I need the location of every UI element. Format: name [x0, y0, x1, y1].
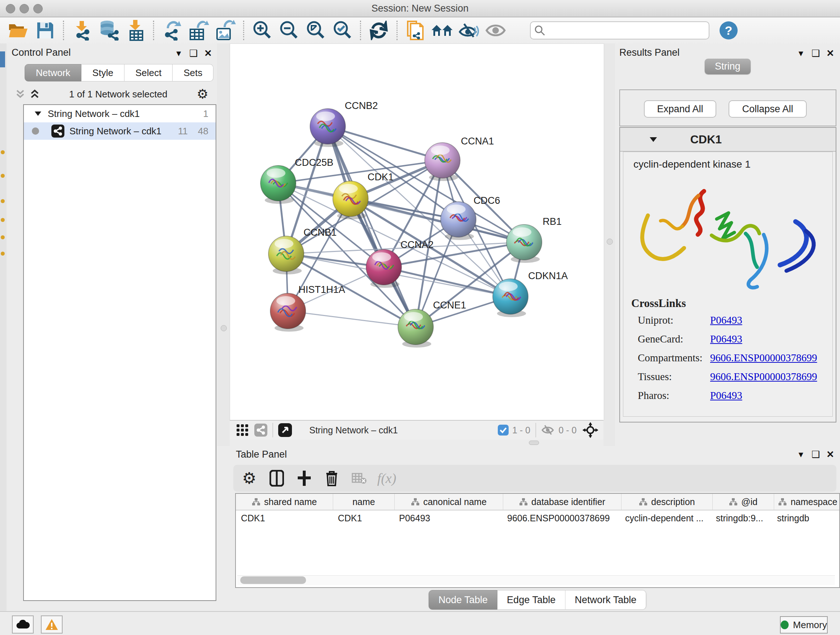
- column-header-database-identifier[interactable]: database identifier: [503, 494, 622, 510]
- node-rb1[interactable]: RB1: [507, 216, 562, 263]
- table-options-gear-icon[interactable]: ⚙: [238, 467, 261, 489]
- table-cell[interactable]: 9606.ENSP00000378699: [502, 510, 620, 526]
- table-row[interactable]: CDK1CDK1P064939606.ENSP00000378699cyclin…: [236, 510, 839, 526]
- column-header-shared-name[interactable]: shared name: [236, 494, 333, 510]
- table-cell[interactable]: P06493: [394, 510, 502, 526]
- column-header-canonical-name[interactable]: canonical name: [395, 494, 503, 510]
- maximize-panel-icon[interactable]: ❑: [812, 48, 820, 59]
- hide-selected-icon[interactable]: [458, 19, 480, 41]
- node-hist1h1a[interactable]: HIST1H1A: [270, 284, 345, 332]
- show-columns-icon[interactable]: [265, 467, 288, 489]
- maximize-panel-icon[interactable]: ❑: [812, 449, 820, 460]
- network-edges[interactable]: [278, 126, 524, 327]
- zoom-selected-icon[interactable]: [331, 19, 354, 41]
- network-options-gear-icon[interactable]: ⚙: [197, 89, 208, 99]
- node-ccne1[interactable]: CCNE1: [398, 300, 466, 348]
- splitter-grip[interactable]: [607, 239, 613, 245]
- help-button[interactable]: ?: [720, 21, 737, 40]
- crosslink-link[interactable]: P06493: [710, 333, 742, 345]
- export-network-icon[interactable]: [161, 19, 183, 41]
- collapse-all-button[interactable]: Collapse All: [729, 100, 807, 118]
- splitter-right[interactable]: [603, 43, 615, 446]
- scrollbar-thumb[interactable]: [240, 576, 306, 584]
- splitter-left[interactable]: [217, 43, 230, 446]
- network-canvas[interactable]: CCNB2CCNA1CDC25BCDK1CDC6RB1CCNB1CCNA2CDK…: [230, 43, 604, 421]
- grid-view-icon[interactable]: [236, 424, 248, 436]
- column-header-description[interactable]: description: [622, 494, 713, 510]
- search-input[interactable]: [549, 23, 709, 38]
- table-cell[interactable]: CDK1: [333, 510, 394, 526]
- tab-style[interactable]: Style: [81, 64, 125, 81]
- table-horizontal-scrollbar[interactable]: [237, 575, 835, 585]
- edge[interactable]: [288, 311, 416, 327]
- clone-network-icon[interactable]: [404, 19, 426, 41]
- search-box[interactable]: [530, 21, 709, 40]
- node-table[interactable]: shared namenamecanonical namedatabase id…: [235, 493, 840, 588]
- tab-network-table[interactable]: Network Table: [565, 590, 646, 610]
- network-row[interactable]: String Network – cdk1 11 48: [24, 122, 216, 140]
- selected-checkbox-icon[interactable]: [498, 424, 508, 435]
- tab-select[interactable]: Select: [125, 64, 172, 81]
- float-panel-icon[interactable]: ▼: [175, 49, 183, 58]
- zoom-fit-icon[interactable]: [304, 19, 327, 41]
- crosslink-link[interactable]: P06493: [710, 314, 742, 326]
- zoom-in-icon[interactable]: [251, 19, 273, 41]
- edge[interactable]: [328, 126, 416, 327]
- collection-expand-icon[interactable]: [34, 111, 42, 117]
- import-network-from-database-icon[interactable]: [97, 19, 120, 41]
- close-panel-icon[interactable]: ✕: [826, 449, 834, 460]
- expand-all-networks-icon[interactable]: [30, 89, 40, 99]
- close-panel-icon[interactable]: ✕: [204, 48, 212, 59]
- hidden-eye-icon[interactable]: [541, 424, 555, 436]
- node-ccna1[interactable]: CCNA1: [425, 136, 494, 181]
- float-panel-icon[interactable]: ▼: [797, 49, 805, 58]
- export-table-icon[interactable]: [187, 19, 210, 41]
- table-cell[interactable]: cyclin-dependent ...: [620, 510, 711, 526]
- crosslink-link[interactable]: P06493: [710, 390, 742, 402]
- gene-section-header[interactable]: CDK1: [620, 128, 836, 152]
- tab-edge-table[interactable]: Edge Table: [497, 590, 565, 610]
- column-header-namespace[interactable]: namespace: [774, 494, 840, 510]
- tab-string[interactable]: String: [705, 59, 751, 74]
- warnings-button[interactable]: [41, 616, 63, 633]
- table-cell[interactable]: CDK1: [236, 510, 333, 526]
- add-column-icon[interactable]: [293, 467, 316, 489]
- tab-network[interactable]: Network: [25, 64, 81, 81]
- save-session-icon[interactable]: [34, 19, 57, 41]
- refresh-icon[interactable]: [368, 19, 390, 41]
- gene-collapse-icon[interactable]: [649, 136, 658, 143]
- column-header--id[interactable]: @id: [713, 494, 774, 510]
- tab-sets[interactable]: Sets: [172, 64, 213, 81]
- node-cdkn1a[interactable]: CDKN1A: [493, 271, 568, 317]
- crosslink-link[interactable]: 9606.ENSP00000378699: [710, 371, 817, 383]
- home-icon[interactable]: [431, 19, 453, 41]
- table-cell[interactable]: stringdb:9...: [711, 510, 772, 526]
- expand-all-button[interactable]: Expand All: [644, 100, 716, 118]
- import-table-icon[interactable]: [124, 19, 147, 41]
- node-ccnb2[interactable]: CCNB2: [310, 100, 378, 147]
- table-cell[interactable]: stringdb: [772, 510, 839, 526]
- network-collection-row[interactable]: String Network – cdk1 1: [24, 105, 216, 122]
- maximize-panel-icon[interactable]: ❑: [189, 48, 197, 59]
- open-session-icon[interactable]: [7, 19, 30, 41]
- export-image-icon[interactable]: [214, 19, 237, 41]
- show-all-icon[interactable]: [485, 19, 507, 41]
- splitter-grip[interactable]: [221, 325, 227, 331]
- node-ccnb1[interactable]: CCNB1: [268, 227, 337, 274]
- pan-crosshair-icon[interactable]: [583, 422, 598, 438]
- close-panel-icon[interactable]: ✕: [826, 48, 834, 59]
- collapse-all-networks-icon[interactable]: [15, 89, 25, 99]
- memory-button[interactable]: Memory: [780, 616, 828, 633]
- float-panel-icon[interactable]: ▼: [797, 450, 805, 459]
- import-network-icon[interactable]: [71, 19, 93, 41]
- crosslink-link[interactable]: 9606.ENSP00000378699: [710, 352, 817, 364]
- edge[interactable]: [384, 267, 510, 296]
- column-header-name[interactable]: name: [333, 494, 395, 510]
- splitter-grip-horizontal[interactable]: [529, 440, 539, 445]
- tab-node-table[interactable]: Node Table: [429, 590, 497, 610]
- delete-column-trash-icon[interactable]: [320, 467, 343, 489]
- zoom-out-icon[interactable]: [278, 19, 300, 41]
- birds-eye-view-icon[interactable]: [278, 423, 292, 437]
- network-view-icon[interactable]: [254, 424, 267, 437]
- cloud-sync-button[interactable]: [12, 616, 34, 633]
